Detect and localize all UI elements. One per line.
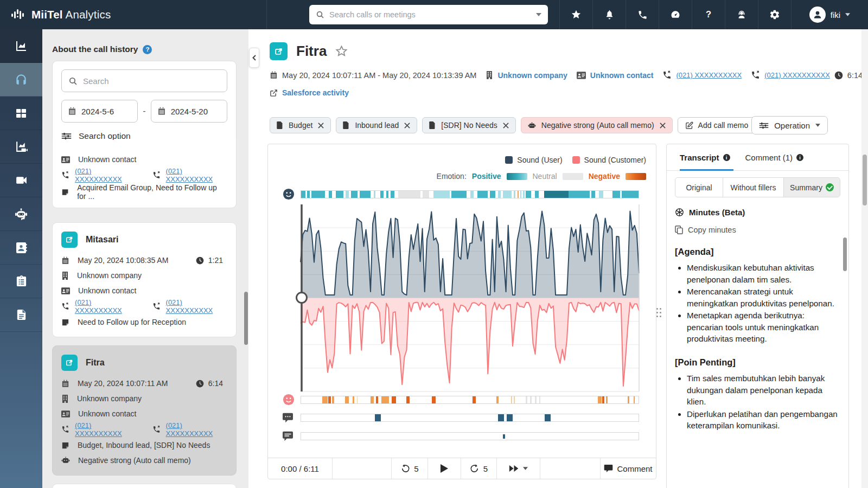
list-search-box[interactable]: [61, 69, 227, 92]
date-from-picker[interactable]: 2024-5-6: [61, 100, 138, 123]
remove-tag-icon[interactable]: [318, 123, 324, 129]
favorites-button[interactable]: [559, 0, 592, 29]
transcript-scrollbar[interactable]: [843, 237, 847, 271]
nav-meeting-analytics[interactable]: [0, 130, 42, 164]
transcript-marker[interactable]: [545, 414, 551, 421]
list-search-input[interactable]: [83, 76, 220, 86]
call-card-fitra[interactable]: Fitra May 20, 2024 10:07:11 AM 6:14 Unkn…: [52, 345, 237, 476]
operation-button[interactable]: Operation: [751, 116, 828, 134]
phone-link[interactable]: (021) XXXXXXXXXX: [764, 71, 830, 79]
search-dropdown-caret-icon[interactable]: [536, 13, 541, 16]
main-content: Fitra May 20, 2024 10:07:11 AM - May 20,…: [248, 29, 868, 488]
call-card-mitasari[interactable]: Mitasari May 20, 2024 10:08:35 AM 1:21 U…: [52, 222, 237, 337]
info-icon[interactable]: [796, 154, 803, 161]
help-button[interactable]: ?: [692, 0, 725, 29]
phone-link[interactable]: (021) XXXXXXXXXX: [166, 421, 227, 438]
gauge-icon: [670, 9, 681, 20]
page-header: Fitra: [270, 42, 348, 60]
tab-comment[interactable]: Comment (1): [745, 153, 804, 162]
page-scrollbar[interactable]: [861, 29, 868, 488]
nav-analytics[interactable]: [0, 29, 42, 63]
phones-row: (021) XXXXXXXXXX (021) XXXXXXXXXX: [61, 167, 227, 183]
nav-contacts[interactable]: [0, 231, 42, 265]
comment-button[interactable]: Comment: [601, 458, 656, 479]
comment-marker-row[interactable]: [301, 432, 639, 440]
global-search-input[interactable]: [329, 10, 531, 19]
tab-transcript[interactable]: Transcript: [680, 153, 730, 162]
nav-tasks[interactable]: [0, 265, 42, 298]
transcript-marker-row[interactable]: [301, 414, 639, 422]
salesforce-activity-link[interactable]: Salesforce activity: [282, 88, 349, 97]
nav-meetings[interactable]: [0, 97, 42, 130]
rewind-icon: [400, 464, 410, 473]
remove-tag-icon[interactable]: [404, 123, 410, 129]
memo-row: Acquired Email Group, Need to Follow up …: [61, 183, 227, 201]
date-to-picker[interactable]: 2024-5-20: [151, 100, 227, 123]
phone-link[interactable]: (021) XXXXXXXXXX: [75, 298, 136, 314]
add-call-memo-button[interactable]: Add call memo: [678, 117, 756, 133]
global-search[interactable]: [309, 5, 548, 24]
phone-link[interactable]: (021) XXXXXXXXXX: [75, 167, 136, 183]
phone-link[interactable]: (021) XXXXXXXXXX: [75, 421, 136, 438]
page-scrollbar-thumb[interactable]: [863, 155, 867, 206]
info-icon[interactable]: [723, 154, 730, 161]
phone-link[interactable]: (021) XXXXXXXXXX: [676, 71, 742, 79]
brand-logo[interactable]: MiiTel Analytics: [0, 0, 267, 29]
user-icon: [812, 9, 823, 20]
file-icon: [277, 121, 283, 129]
subtab-original-label: Original: [686, 183, 712, 192]
rewind-5-button[interactable]: 5: [392, 458, 428, 479]
nav-ai-assistant[interactable]: [0, 197, 42, 231]
favorite-star-icon[interactable]: [335, 45, 348, 57]
list-scrollbar[interactable]: [244, 292, 248, 345]
call-meta-row: May 20, 2024 10:07:11 AM - May 20, 2024 …: [270, 70, 863, 80]
operation-caret-icon: [815, 124, 820, 127]
call-card-partial[interactable]: Unknown contact (021) XXXXXXXXXX (021) X…: [52, 140, 237, 208]
contact-link[interactable]: Unknown contact: [590, 71, 654, 80]
memo-text: Budget, Inbound lead, [SDR] No Needs: [78, 441, 210, 450]
calls-button[interactable]: [626, 0, 659, 29]
notifications-button[interactable]: [592, 0, 626, 29]
remove-tag-icon[interactable]: [503, 123, 509, 129]
transcript-marker[interactable]: [507, 414, 513, 421]
emotion-segment: [598, 396, 601, 403]
nav-video[interactable]: [0, 164, 42, 197]
sound-waveform[interactable]: [301, 204, 639, 391]
subtab-summary[interactable]: Summary: [784, 178, 840, 197]
remove-tag-icon[interactable]: [660, 123, 666, 129]
collapse-sidebar-button[interactable]: [249, 48, 259, 68]
subtab-without-fillers[interactable]: Without fillers: [723, 178, 784, 197]
help-circle-icon[interactable]: [143, 45, 152, 54]
emotion-segment: [591, 191, 595, 198]
emotion-segment: [520, 191, 521, 198]
miitel-logo-icon: [11, 8, 25, 22]
phone-link[interactable]: (021) XXXXXXXXXX: [166, 167, 227, 183]
subtab-original[interactable]: Original: [675, 178, 723, 197]
forward-5-button[interactable]: 5: [461, 458, 497, 479]
dashboard-button[interactable]: [659, 0, 692, 29]
panel-resize-handle[interactable]: [656, 308, 663, 320]
nav-call-history[interactable]: [0, 63, 42, 97]
play-button[interactable]: [428, 458, 461, 479]
emotion-segment: [628, 396, 629, 403]
fast-forward-icon: [509, 464, 519, 473]
customer-emotion-strip[interactable]: [301, 396, 639, 404]
comment-marker[interactable]: [503, 434, 505, 439]
settings-button[interactable]: [758, 0, 791, 29]
user-emotion-strip[interactable]: [301, 190, 639, 198]
emotion-segment: [518, 191, 519, 198]
emotion-segment: [569, 191, 590, 198]
transcript-marker[interactable]: [375, 414, 381, 421]
emotion-segment: [328, 396, 330, 403]
support-button[interactable]: [725, 0, 758, 29]
call-card-next[interactable]: [52, 484, 237, 488]
playhead-handle[interactable]: [297, 293, 307, 303]
transcript-marker[interactable]: [498, 414, 504, 421]
copy-minutes-button[interactable]: Copy minutes: [675, 226, 840, 234]
phone-link[interactable]: (021) XXXXXXXXXX: [166, 298, 227, 314]
playback-speed-button[interactable]: [497, 458, 540, 479]
calendar-icon: [68, 107, 76, 115]
nav-reports[interactable]: [0, 298, 42, 332]
user-menu[interactable]: fiki: [791, 0, 868, 29]
company-link[interactable]: Unknown company: [497, 71, 567, 80]
